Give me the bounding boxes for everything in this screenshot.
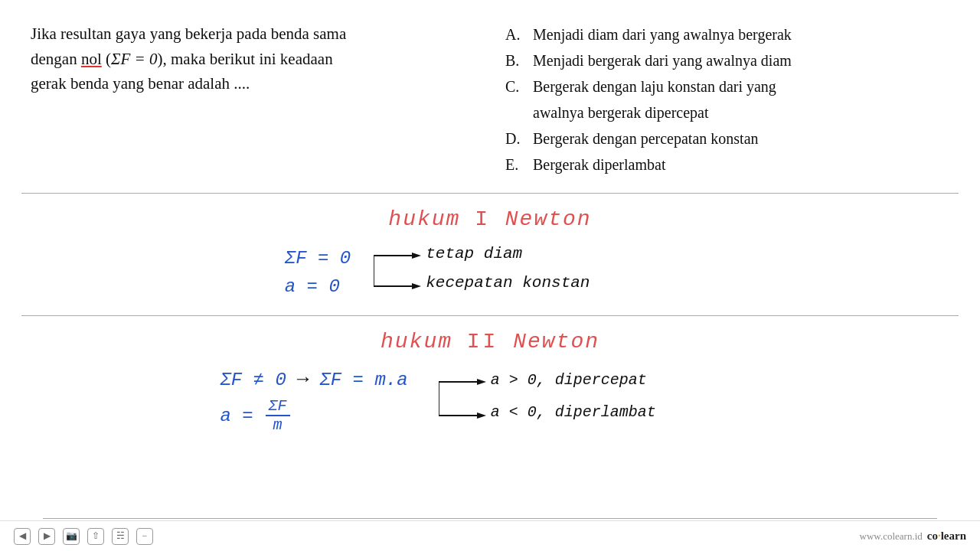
hukum2-fraction-den: m	[270, 416, 286, 434]
option-c-letter: C.	[505, 73, 527, 99]
hukum1-label-top: tetap diam	[426, 245, 522, 262]
question-text: Jika resultan gaya yang bekerja pada ben…	[31, 21, 475, 178]
icon-share[interactable]: ⇧	[87, 528, 104, 545]
hukum2-fraction-num: ΣF	[266, 397, 290, 416]
option-e: E. Bergerak diperlambat	[505, 152, 949, 178]
option-d-letter: D.	[505, 126, 527, 152]
option-b-text: Menjadi bergerak dari yang awalnya diam	[533, 47, 792, 73]
hukum2-f1-left: ΣF ≠ 0	[220, 370, 286, 390]
question-section: Jika resultan gaya yang bekerja pada ben…	[0, 0, 980, 193]
svg-marker-1	[412, 253, 421, 259]
icon-minus[interactable]: −	[136, 528, 153, 545]
brand-url: www.colearn.id	[860, 530, 923, 543]
hukum2-content: ΣF ≠ 0 → ΣF = m.a a = ΣF m	[31, 363, 949, 439]
question-nol: nol	[81, 50, 102, 68]
hukum2-f1-right: ΣF = m.a	[319, 370, 407, 390]
hukum2-fraction: ΣF m	[266, 397, 290, 434]
hukum2-formula2: a = ΣF m	[220, 397, 289, 434]
icon-forward[interactable]: ▶	[38, 528, 55, 545]
option-c-text2: awalnya bergerak dipercepat	[533, 99, 709, 126]
question-line3: gerak benda yang benar adalah ....	[31, 74, 250, 93]
hukum2-arrows-container: a > 0, dipercepat a < 0, diperlambat	[439, 365, 760, 437]
svg-marker-3	[412, 283, 421, 289]
hukum1-formula1: ΣF = 0	[285, 248, 351, 269]
option-a: A. Menjadi diam dari yang awalnya berger…	[505, 21, 949, 47]
option-c-text: Bergerak dengan laju konstan dari yang	[533, 73, 776, 99]
hukum1-arrows-svg	[374, 240, 695, 302]
hukum1-formulas-col: ΣF = 0 a = 0	[285, 248, 351, 297]
hukum2-label-bottom: a < 0, diperlambat	[491, 403, 656, 421]
hukum2-f1-arrow: →	[297, 368, 309, 391]
hukum2-left: ΣF ≠ 0 → ΣF = m.a a = ΣF m	[220, 368, 407, 434]
icon-camera[interactable]: 📷	[63, 528, 80, 545]
svg-marker-8	[477, 412, 486, 419]
divider-3	[43, 518, 937, 519]
option-e-letter: E.	[505, 152, 527, 178]
hukum1-formula2: a = 0	[285, 276, 340, 297]
question-formula: ΣF = 0	[111, 50, 157, 68]
hukum1-title-text: hukum I Newton	[388, 207, 591, 231]
bottom-bar: ◀ ▶ 📷 ⇧ ☵ − www.colearn.id co·learn	[0, 520, 980, 551]
option-a-text: Menjadi diam dari yang awalnya bergerak	[533, 21, 792, 47]
bottom-icons: ◀ ▶ 📷 ⇧ ☵ −	[14, 528, 153, 545]
hukum2-formula1: ΣF ≠ 0 → ΣF = m.a	[220, 368, 407, 391]
svg-marker-6	[477, 379, 486, 385]
hukum2-f2-left: a =	[220, 406, 253, 426]
option-b: B. Menjadi bergerak dari yang awalnya di…	[505, 47, 949, 73]
icon-grid[interactable]: ☵	[112, 528, 129, 545]
option-b-letter: B.	[505, 47, 527, 73]
icon-back[interactable]: ◀	[14, 528, 31, 545]
option-a-letter: A.	[505, 21, 527, 47]
option-d-text: Bergerak dengan percepatan konstan	[533, 126, 759, 152]
hukum1-label-bottom: kecepatan konstan	[426, 274, 590, 292]
hukum1-section: hukum I Newton ΣF = 0 a = 0	[0, 194, 980, 315]
hukum1-title: hukum I Newton	[31, 207, 949, 231]
answer-options: A. Menjadi diam dari yang awalnya berger…	[505, 21, 949, 178]
hukum1-arrows-container: tetap diam kecepatan konstan	[374, 240, 695, 305]
option-c: C. Bergerak dengan laju konstan dari yan…	[505, 73, 949, 99]
option-d: D. Bergerak dengan percepatan konstan	[505, 126, 949, 152]
hukum2-title-text: hukum II Newton	[381, 330, 599, 354]
hukum2-label-top: a > 0, dipercepat	[491, 371, 647, 389]
option-c-line2: awalnya bergerak dipercepat	[505, 99, 949, 126]
hukum1-formulas-row: ΣF = 0 a = 0 tetap diam	[31, 240, 949, 305]
option-e-text: Bergerak diperlambat	[533, 152, 665, 178]
colearn-brand: www.colearn.id co·learn	[860, 530, 966, 543]
page-container: Jika resultan gaya yang bekerja pada ben…	[0, 0, 980, 551]
question-line1: Jika resultan gaya yang bekerja pada ben…	[31, 24, 346, 43]
hukum2-title: hukum II Newton	[31, 330, 949, 354]
brand-logo: co·learn	[927, 530, 966, 543]
option-c-letter2	[505, 99, 527, 126]
hukum2-section: hukum II Newton ΣF ≠ 0 → ΣF = m.a a = ΣF…	[0, 316, 980, 450]
